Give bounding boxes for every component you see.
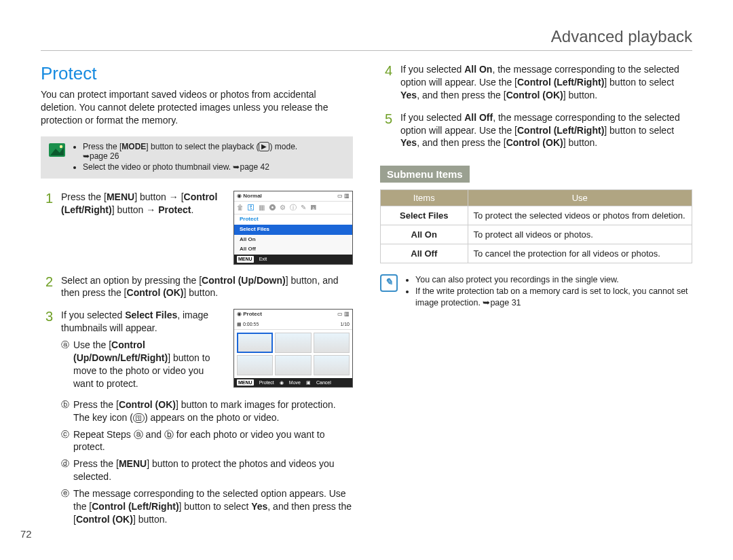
page-number: 72 — [20, 528, 32, 540]
step-4: 4 If you selected All On, the message co… — [380, 63, 692, 102]
item-name: All Off — [381, 244, 468, 263]
step-4-text: If you selected All On, the message corr… — [400, 63, 692, 102]
menu-tag: MENU — [237, 256, 254, 262]
menu-option: All On — [234, 235, 352, 245]
step-number: 2 — [41, 274, 53, 289]
thumbnail — [275, 333, 311, 353]
step-number: 5 — [380, 111, 392, 126]
step-3-text: If you selected Select Files, image thum… — [61, 309, 225, 394]
circled-letter-icon: ⓒ — [61, 428, 69, 454]
step-5: 5 If you selected All Off, the message c… — [380, 111, 692, 150]
sub-steps-continued: ⓑ Press the [Control (OK)] button to mar… — [61, 398, 353, 526]
pre-note-line: Select the video or photo thumbnail view… — [83, 162, 345, 172]
section-title: Protect — [41, 63, 353, 84]
table-header-use: Use — [468, 190, 692, 206]
thumbnail — [275, 355, 311, 375]
left-column: Protect You can protect important saved … — [41, 63, 353, 540]
columns: Protect You can protect important saved … — [41, 63, 692, 540]
thumbnail-selected — [237, 333, 273, 353]
tip-lines: You can also protect you recordings in t… — [405, 274, 692, 309]
screen-menu-figure: ◉ Normal ▭ ▥ 🗑⚿▦🞉⚙ⓘ✎🖪 Protect Select Fil… — [233, 191, 353, 265]
step-2-text: Select an option by pressing the [Contro… — [61, 274, 353, 300]
playback-thumbnail-icon — [49, 143, 65, 157]
sub-step-c: ⓒ Repeat Steps ⓐ and ⓑ for each photo or… — [61, 428, 353, 454]
info-icon: ✎ — [380, 274, 398, 292]
menu-exit-label: Exit — [259, 256, 267, 262]
item-use: To cancel the protection for all videos … — [468, 244, 692, 263]
item-name: All On — [381, 225, 468, 244]
table-row: All On To protect all videos or photos. — [381, 225, 692, 244]
step-2: 2 Select an option by pressing the [Cont… — [41, 274, 353, 300]
submenu-heading: Submenu Items — [380, 166, 470, 183]
sub-step-e: ⓔ The message corresponding to the selec… — [61, 487, 353, 526]
playback-mode-icon: ▶ — [259, 142, 269, 151]
step-number: 4 — [380, 63, 392, 78]
steps-list: 1 Press the [MENU] button → [Control (Le… — [41, 191, 353, 530]
screen-thumbnails-figure: ◉ Protect ▭ ▥ ▦ 0:00:55 1/10 — [233, 309, 353, 388]
pre-note-line: Press the [MODE] button to select the pl… — [83, 142, 345, 161]
intro-text: You can protect important saved videos o… — [41, 88, 353, 127]
sub-steps: ⓐ Use the [Control (Up/Down/Left/Right)]… — [61, 339, 225, 390]
step-3: 3 If you selected Select Files, image th… — [41, 309, 353, 529]
tip-line: You can also protect you recordings in t… — [415, 274, 692, 286]
table-header-items: Items — [381, 190, 468, 206]
arrow-icon: → — [169, 191, 178, 202]
submenu-table: Items Use Select Files To protect the se… — [380, 189, 692, 263]
sub-step-a: ⓐ Use the [Control (Up/Down/Left/Right)]… — [61, 339, 225, 390]
circled-letter-icon: ⓓ — [61, 458, 69, 483]
menu-option: All Off — [234, 244, 352, 255]
sub-step-d: ⓓ Press the [MENU] button to protect the… — [61, 458, 353, 483]
pre-note: Press the [MODE] button to select the pl… — [41, 136, 353, 179]
step-number: 1 — [41, 191, 53, 206]
pre-note-lines: Press the [MODE] button to select the pl… — [72, 142, 345, 173]
page-container: Advanced playback Protect You can protec… — [0, 0, 733, 560]
thumbnail — [314, 355, 350, 375]
item-use: To protect the selected videos or photos… — [468, 206, 692, 225]
svg-point-2 — [60, 145, 62, 147]
circled-letter-icon: ⓑ — [61, 398, 69, 424]
steps-list-continued: 4 If you selected All On, the message co… — [380, 63, 692, 149]
circled-letter-icon: ⓐ — [61, 339, 69, 390]
menu-option-selected: Select Files — [234, 225, 352, 235]
tip-line: If the write protection tab on a memory … — [415, 286, 692, 309]
menu-title: Protect — [234, 214, 352, 225]
table-row: All Off To cancel the protection for all… — [381, 244, 692, 263]
tip-box: ✎ You can also protect you recordings in… — [380, 274, 692, 309]
lock-tab-icon: ⚿ — [248, 203, 255, 212]
table-row: Select Files To protect the selected vid… — [381, 206, 692, 225]
item-name: Select Files — [381, 206, 468, 225]
step-1: 1 Press the [MENU] button → [Control (Le… — [41, 191, 353, 265]
chapter-title: Advanced playback — [41, 27, 692, 51]
thumbnail — [314, 333, 350, 353]
arrow-icon: → — [146, 204, 155, 215]
step-number: 3 — [41, 309, 53, 324]
thumbnail — [237, 355, 273, 375]
right-column: 4 If you selected All On, the message co… — [380, 63, 692, 540]
key-lock-icon: ⚿ — [133, 413, 145, 423]
step-5-text: If you selected All Off, the message cor… — [400, 111, 692, 150]
circled-letter-icon: ⓔ — [61, 487, 69, 526]
menu-tag: MENU — [237, 379, 254, 386]
step-1-text: Press the [MENU] button → [Control (Left… — [61, 191, 225, 217]
item-use: To protect all videos or photos. — [468, 225, 692, 244]
sub-step-b: ⓑ Press the [Control (OK)] button to mar… — [61, 398, 353, 424]
